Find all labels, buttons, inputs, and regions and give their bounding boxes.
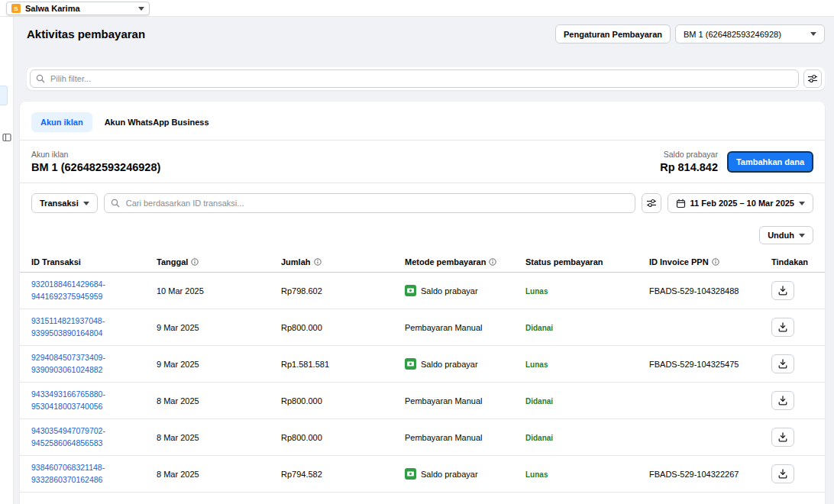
account-summary: Akun iklan BM 1 (626482593246928) Saldo … bbox=[20, 141, 825, 183]
table-row: 9320188461429684- 9441692375945959 10 Ma… bbox=[20, 273, 825, 309]
account-avatar: S bbox=[11, 4, 21, 13]
column-header-id-invoice-ppn: ID Invoice PPN bbox=[649, 257, 771, 267]
header-actions: Pengaturan Pembayaran BM 1 (626482593246… bbox=[555, 24, 825, 44]
transaction-date: 8 Mar 2025 bbox=[157, 470, 281, 479]
table-row: 9315114821937048- 9399503890164804 9 Mar… bbox=[20, 309, 825, 346]
info-icon[interactable] bbox=[489, 258, 496, 266]
chevron-down-icon bbox=[799, 234, 805, 237]
filter-search-input[interactable] bbox=[30, 69, 799, 88]
chevron-down-icon bbox=[138, 7, 144, 11]
transaction-id-link[interactable]: 9315114821937048- 9399503890164804 bbox=[31, 315, 157, 340]
transaction-id-link[interactable]: 9433493166765880- 9530418003740056 bbox=[31, 389, 157, 413]
payment-method-label: Pembayaran Manual bbox=[405, 396, 483, 405]
transaction-date: 8 Mar 2025 bbox=[157, 396, 281, 405]
transaction-id-line2: 9332860370162486 bbox=[31, 474, 157, 486]
transaction-id-line1: 9433493166765880- bbox=[31, 389, 157, 401]
balance-label: Saldo prabayar bbox=[664, 150, 718, 159]
transaction-id-link[interactable]: 9294084507373409- 9390903061024882 bbox=[31, 352, 157, 376]
business-account-switcher[interactable]: S Salwa Karima bbox=[6, 2, 150, 15]
column-header-status-pembayaran: Status pembayaran bbox=[525, 257, 649, 267]
transaction-type-dropdown[interactable]: Transaksi bbox=[31, 193, 98, 213]
payment-method-cell: Saldo prabayar bbox=[405, 468, 525, 480]
column-header-tanggal: Tanggal bbox=[157, 257, 281, 267]
invoice-id: FBADS-529-104322267 bbox=[649, 470, 771, 479]
table-row: 9294084507373409- 9390903061024882 9 Mar… bbox=[20, 346, 825, 383]
account-switcher-label: Salwa Karima bbox=[25, 4, 134, 13]
download-receipt-button[interactable] bbox=[771, 281, 794, 300]
payment-method-label: Pembayaran Manual bbox=[405, 323, 483, 332]
payment-activity-page: S Salwa Karima Aktivitas pembayaran Peng… bbox=[0, 0, 834, 504]
transaction-id-link[interactable]: 9384607068321148- 9332860370162486 bbox=[31, 462, 157, 486]
transaction-id-line2: 9441692375945959 bbox=[31, 291, 157, 303]
download-row: Unduh bbox=[20, 223, 825, 252]
invoice-id: FBADS-529-104328488 bbox=[649, 286, 771, 296]
tab-akun-whatsapp-business[interactable]: Akun WhatsApp Business bbox=[95, 112, 218, 132]
date-range-picker[interactable]: 11 Feb 2025 – 10 Mar 2025 bbox=[668, 193, 813, 213]
transaction-date: 9 Mar 2025 bbox=[157, 323, 281, 332]
tab-akun-iklan[interactable]: Akun iklan bbox=[31, 112, 92, 132]
download-receipt-button[interactable] bbox=[771, 428, 794, 447]
account-type-label: Akun iklan bbox=[31, 150, 160, 159]
transaction-amount: Rp1.581.581 bbox=[281, 360, 405, 369]
table-body: 9320188461429684- 9441692375945959 10 Ma… bbox=[20, 273, 825, 493]
transaction-id-link[interactable]: 9320188461429684- 9441692375945959 bbox=[31, 279, 157, 303]
transaction-amount: Rp800.000 bbox=[281, 396, 405, 405]
account-select-label: BM 1 (626482593246928) bbox=[684, 30, 781, 39]
column-header-id-transaksi: ID Transaksi bbox=[31, 257, 157, 267]
sidebar-collapsed-item[interactable] bbox=[0, 86, 8, 105]
transaction-id-line1: 9315114821937048- bbox=[31, 315, 157, 328]
payment-method-label: Saldo prabayar bbox=[421, 470, 478, 479]
invoice-id: FBADS-529-104325475 bbox=[649, 360, 771, 369]
payment-status-badge: Didanai bbox=[525, 397, 553, 405]
transaction-filters: Transaksi bbox=[20, 183, 825, 223]
info-icon[interactable] bbox=[191, 258, 199, 266]
download-receipt-button[interactable] bbox=[771, 354, 794, 373]
download-report-button[interactable]: Unduh bbox=[759, 226, 813, 244]
payment-status-badge: Lunas bbox=[525, 287, 548, 296]
account-name: BM 1 (626482593246928) bbox=[31, 161, 160, 173]
payment-method-cell: Pembayaran Manual bbox=[405, 433, 525, 442]
transaction-id-link[interactable]: 9430354947079702- 9452586064856583 bbox=[31, 425, 157, 450]
add-funds-button[interactable]: Tambahkan dana bbox=[727, 151, 813, 173]
chevron-down-icon bbox=[83, 202, 89, 205]
column-settings-button[interactable] bbox=[642, 193, 661, 213]
table-row: 9433493166765880- 9530418003740056 8 Mar… bbox=[20, 383, 825, 419]
transaction-type-label: Transaksi bbox=[40, 199, 79, 208]
transaction-amount: Rp800.000 bbox=[281, 433, 405, 442]
filter-settings-button[interactable] bbox=[803, 69, 822, 88]
download-report-label: Unduh bbox=[768, 231, 794, 240]
transaction-date: 9 Mar 2025 bbox=[157, 360, 281, 369]
left-rail bbox=[0, 17, 14, 504]
account-select-dropdown[interactable]: BM 1 (626482593246928) bbox=[675, 24, 825, 44]
download-receipt-button[interactable] bbox=[771, 318, 794, 337]
sidebar-toggle-icon[interactable] bbox=[2, 131, 11, 145]
info-icon[interactable] bbox=[314, 258, 322, 266]
payment-status-badge: Didanai bbox=[525, 324, 553, 332]
transaction-id-line2: 9399503890164804 bbox=[31, 328, 157, 340]
transaction-id-line2: 9452586064856583 bbox=[31, 438, 157, 450]
transaction-search-input[interactable] bbox=[104, 193, 635, 213]
filter-search-wrap bbox=[30, 69, 799, 88]
column-header-tindakan: Tindakan bbox=[771, 257, 813, 267]
transaction-amount: Rp798.602 bbox=[281, 286, 405, 296]
info-icon[interactable] bbox=[712, 258, 719, 266]
download-receipt-button[interactable] bbox=[771, 464, 794, 483]
payment-activity-card: Akun iklan Akun WhatsApp Business Akun i… bbox=[20, 102, 825, 504]
transaction-amount: Rp800.000 bbox=[281, 323, 405, 332]
payment-status-badge: Didanai bbox=[525, 434, 553, 442]
prepaid-balance-icon bbox=[405, 285, 416, 296]
payment-status-badge: Lunas bbox=[525, 360, 548, 369]
payment-method-label: Saldo prabayar bbox=[421, 360, 478, 369]
payment-settings-button[interactable]: Pengaturan Pembayaran bbox=[555, 24, 671, 44]
prepaid-balance-icon bbox=[405, 468, 416, 480]
download-receipt-button[interactable] bbox=[771, 391, 794, 410]
transaction-id-line1: 9430354947079702- bbox=[31, 425, 157, 438]
search-icon bbox=[111, 199, 120, 208]
transaction-date: 10 Mar 2025 bbox=[157, 286, 281, 296]
page-title: Aktivitas pembayaran bbox=[27, 27, 145, 40]
transaction-id-line2: 9530418003740056 bbox=[31, 401, 157, 413]
payment-status-badge: Lunas bbox=[525, 470, 548, 479]
payment-method-label: Saldo prabayar bbox=[421, 286, 478, 296]
payment-method-cell: Saldo prabayar bbox=[405, 285, 525, 296]
account-type-tabs: Akun iklan Akun WhatsApp Business bbox=[20, 102, 825, 140]
